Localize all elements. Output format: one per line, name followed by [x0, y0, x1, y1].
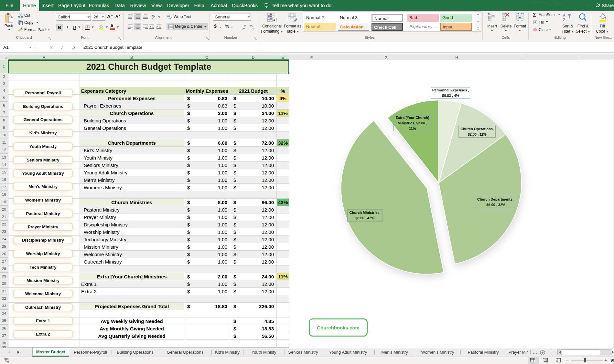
svg-text:ab: ab	[167, 15, 170, 17]
svg-text:≠: ≠	[273, 18, 275, 22]
svg-text:ab: ab	[152, 15, 154, 17]
svg-text:A: A	[563, 13, 566, 17]
svg-text:Z: Z	[563, 18, 565, 22]
